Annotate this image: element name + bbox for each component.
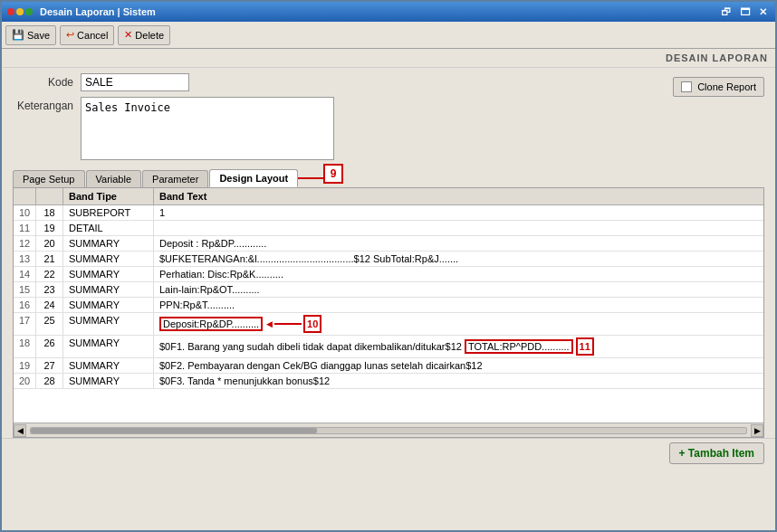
cell-band-num: 21: [36, 252, 63, 266]
kode-row: Kode: [13, 73, 673, 91]
tab-design-layout[interactable]: Design Layout: [209, 169, 298, 187]
cell-band-type: SUMMARY: [63, 236, 154, 251]
tab-page-setup[interactable]: Page Setup: [13, 170, 85, 187]
scroll-thumb-h[interactable]: [31, 428, 317, 433]
horizontal-scrollbar[interactable]: ◀ ▶: [14, 423, 763, 437]
delete-icon: ✕: [124, 29, 132, 41]
cell-band-text: Perhatian: Disc:Rp&K..........: [154, 267, 763, 281]
cell-band-text: Deposit : Rp&DP............: [154, 236, 763, 251]
table-row[interactable]: 17 25 SUMMARY Deposit:Rp&DP.......... ◀ …: [14, 313, 763, 336]
save-button[interactable]: 💾 Save: [5, 25, 56, 45]
restore-button[interactable]: 🗗: [718, 6, 734, 18]
table-row[interactable]: 15 23 SUMMARY Lain-lain:Rp&OT..........: [14, 282, 763, 298]
scroll-left-button[interactable]: ◀: [14, 424, 26, 437]
cell-band-num: 23: [36, 282, 63, 297]
annotation-11: 11: [576, 337, 594, 356]
cell-band-type: SUMMARY: [63, 336, 154, 357]
clone-checkbox[interactable]: [681, 81, 692, 92]
table-row[interactable]: 18 26 SUMMARY $0F1. Barang yang sudah di…: [14, 336, 763, 358]
cell-band-type: SUMMARY: [63, 282, 154, 297]
table-row[interactable]: 11 19 DETAIL: [14, 221, 763, 236]
form-fields: Kode Keterangan Sales Invoice: [13, 73, 673, 166]
cell-row-num: 19: [14, 358, 36, 373]
cell-row-num: 15: [14, 282, 36, 297]
cell-band-num: 24: [36, 298, 63, 312]
delete-button[interactable]: ✕ Delete: [118, 25, 170, 45]
table-row[interactable]: 12 20 SUMMARY Deposit : Rp&DP...........…: [14, 236, 763, 252]
cell-band-text: $0F2. Pembayaran dengan Cek/BG dianggap …: [154, 358, 763, 373]
cell-row-num: 11: [14, 221, 36, 235]
header-band-text: Band Text: [154, 188, 763, 204]
cell-band-num: 25: [36, 313, 63, 335]
cell-band-num: 22: [36, 267, 63, 281]
cell-band-num: 20: [36, 236, 63, 251]
annotation-box-11: TOTAL:RP^PDD..........: [465, 339, 573, 354]
cell-band-num: 19: [36, 221, 63, 235]
cell-band-text: Lain-lain:Rp&OT..........: [154, 282, 763, 297]
kode-label: Kode: [13, 73, 81, 89]
cell-band-type: SUMMARY: [63, 374, 154, 388]
cell-row-num: 12: [14, 236, 36, 251]
cancel-icon: ↩: [66, 29, 74, 41]
save-icon: 💾: [12, 29, 24, 41]
cell-band-num: 18: [36, 205, 63, 220]
table-row[interactable]: 10 18 SUBREPORT 1: [14, 205, 763, 221]
section-label: DESAIN LAPORAN: [2, 49, 775, 68]
cancel-button[interactable]: ↩ Cancel: [60, 25, 114, 45]
table-body[interactable]: 10 18 SUBREPORT 1 11 19 DETAIL 12 20 SUM…: [14, 205, 763, 423]
bottom-bar: + Tambah Item: [2, 438, 775, 468]
form-section: Kode Keterangan Sales Invoice Clone Repo…: [2, 68, 775, 166]
table-row[interactable]: 19 27 SUMMARY $0F2. Pembayaran dengan Ce…: [14, 358, 763, 374]
cell-text-main: $0F1. Barang yang sudah dibeli tidak dap…: [159, 341, 465, 352]
cell-band-num: 26: [36, 336, 63, 357]
cell-row-num: 10: [14, 205, 36, 220]
table-row[interactable]: 13 21 SUMMARY $UFKETERANGAn:&l..........…: [14, 252, 763, 267]
keterangan-textarea[interactable]: Sales Invoice: [81, 97, 334, 160]
cell-row-num: 13: [14, 252, 36, 266]
clone-area: Clone Report: [673, 73, 764, 97]
cell-band-num: 27: [36, 358, 63, 373]
cell-band-text: 1: [154, 205, 763, 220]
clone-report-button[interactable]: Clone Report: [673, 77, 764, 97]
table-row[interactable]: 16 24 SUMMARY PPN:Rp&T..........: [14, 298, 763, 313]
table-header: Band Tipe Band Text: [14, 188, 763, 205]
header-row-num: [14, 188, 36, 204]
tabs-area: Page Setup Variable Parameter Design Lay…: [2, 166, 775, 187]
cell-band-type: SUBREPORT: [63, 205, 154, 220]
cell-row-num: 14: [14, 267, 36, 281]
cell-band-text: Deposit:Rp&DP.......... ◀ 10: [154, 313, 763, 335]
cell-band-type: DETAIL: [63, 221, 154, 235]
header-band-tipe: Band Tipe: [63, 188, 154, 204]
maximize-button[interactable]: 🗖: [737, 6, 753, 18]
window-controls: 🗗 🗖 ✕: [718, 6, 770, 18]
tambah-item-button[interactable]: + Tambah Item: [669, 442, 764, 464]
cell-band-text: [154, 221, 763, 235]
dot-yellow: [16, 8, 24, 15]
cell-row-num: 16: [14, 298, 36, 312]
scroll-track-h[interactable]: [30, 427, 747, 434]
kode-input[interactable]: [81, 73, 189, 91]
toolbar: 💾 Save ↩ Cancel ✕ Delete: [2, 22, 775, 49]
cell-band-num: 28: [36, 374, 63, 388]
tab-parameter[interactable]: Parameter: [142, 170, 208, 187]
keterangan-row: Keterangan Sales Invoice: [13, 97, 673, 160]
cell-band-type: SUMMARY: [63, 298, 154, 312]
table-row[interactable]: 14 22 SUMMARY Perhatian: Disc:Rp&K......…: [14, 267, 763, 282]
bee-dots: [7, 8, 33, 15]
main-window: Desain Laporan | Sistem 🗗 🗖 ✕ 💾 Save ↩ C…: [0, 0, 777, 532]
cell-band-text: $UFKETERANGAn:&l........................…: [154, 252, 763, 266]
tab-variable[interactable]: Variable: [86, 170, 142, 187]
cell-band-type: SUMMARY: [63, 358, 154, 373]
annotation-10: 10: [303, 315, 321, 333]
cell-band-text: PPN:Rp&T..........: [154, 298, 763, 312]
cell-band-type: SUMMARY: [63, 252, 154, 266]
header-band-num: [36, 188, 63, 204]
table-row[interactable]: 20 28 SUMMARY $0F3. Tanda * menunjukkan …: [14, 374, 763, 389]
cell-row-num: 18: [14, 336, 36, 357]
scroll-right-button[interactable]: ▶: [751, 424, 763, 437]
table-area: Band Tipe Band Text 10 18 SUBREPORT 1 11…: [13, 187, 764, 438]
dot-red: [7, 8, 14, 15]
close-button[interactable]: ✕: [756, 6, 770, 18]
keterangan-label: Keterangan: [13, 97, 81, 112]
dot-green: [25, 8, 33, 15]
